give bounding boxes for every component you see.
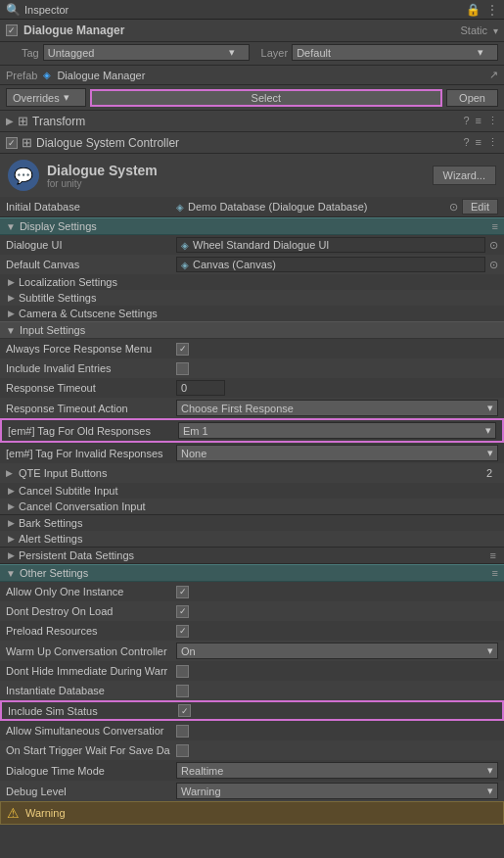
persistent-arrow: ▶ [8, 550, 15, 560]
static-dropdown-icon[interactable]: ▾ [493, 25, 498, 36]
prefab-label: Prefab [6, 70, 37, 81]
on-start-label: On Start Trigger Wait For Save Da [6, 744, 172, 756]
always-force-checkbox[interactable] [176, 343, 189, 356]
camera-arrow: ▶ [8, 309, 15, 318]
transform-more-icon[interactable]: ⋮ [487, 115, 498, 127]
include-invalid-checkbox[interactable] [176, 362, 189, 375]
instantiate-db-checkbox[interactable] [176, 685, 189, 697]
canvas-target-icon[interactable]: ⊙ [489, 259, 498, 271]
subtitle-settings-row[interactable]: ▶ Subtitle Settings [0, 290, 504, 306]
inspector-header: 🔍 Inspector 🔒 ⋮ [0, 0, 504, 20]
response-timeout-action-row: Response Timeout Action Choose First Res… [0, 398, 504, 418]
edit-button[interactable]: Edit [462, 199, 498, 214]
transform-expand-icon[interactable]: ▶ [6, 116, 14, 126]
input-settings-arrow: ▼ [6, 325, 16, 336]
qte-label: QTE Input Buttons [19, 467, 185, 479]
warm-up-label: Warm Up Conversation Controller [6, 645, 172, 657]
dialogue-ui-field: ◈ Wheel Standard Dialogue UI [176, 237, 485, 253]
dsc-actions: ? ≡ ⋮ [463, 136, 498, 149]
header-icons: 🔒 ⋮ [466, 3, 498, 17]
dont-hide-checkbox[interactable] [176, 665, 189, 678]
bark-label: Bark Settings [19, 517, 82, 529]
transform-icon: ⊞ [18, 114, 28, 128]
layer-dropdown[interactable]: Default ▾ [292, 44, 498, 61]
em-tag-old-dropdown[interactable]: Em 1 ▾ [178, 422, 496, 439]
dsc-help-icon[interactable]: ? [463, 136, 469, 149]
always-force-label: Always Force Response Menu [6, 343, 172, 355]
wizard-button[interactable]: Wizard... [433, 166, 496, 185]
response-timeout-input[interactable]: 0 [176, 380, 225, 396]
allow-simultaneous-checkbox[interactable] [176, 725, 189, 738]
transform-help-icon[interactable]: ? [463, 115, 469, 127]
cancel-subtitle-label: Cancel Subtitle Input [19, 485, 118, 497]
dialogue-time-dropdown[interactable]: Realtime ▾ [176, 762, 498, 779]
persistent-data-row[interactable]: ▶ Persistent Data Settings ≡ [0, 548, 504, 563]
qte-arrow: ▶ [6, 468, 13, 478]
transform-settings-icon[interactable]: ≡ [476, 115, 481, 127]
dont-hide-row: Dont Hide Immediate During Warr [0, 661, 504, 681]
other-settings-icon: ≡ [492, 567, 498, 579]
qte-value: 2 [486, 467, 498, 479]
alert-label: Alert Settings [19, 533, 82, 545]
response-timeout-action-dropdown[interactable]: Choose First Response ▾ [176, 400, 498, 416]
tag-dropdown[interactable]: Untagged ▾ [43, 44, 250, 61]
dont-destroy-checkbox[interactable] [176, 605, 189, 618]
ds-title: Dialogue System [47, 163, 425, 178]
lock-icon[interactable]: 🔒 [466, 3, 481, 17]
prefab-button-row: Overrides ▾ Select Open [0, 85, 504, 111]
overrides-dropdown[interactable]: Overrides ▾ [6, 88, 86, 107]
tag-label: Tag [22, 47, 39, 59]
subtitle-label: Subtitle Settings [19, 292, 97, 304]
dialogue-ui-target-icon[interactable]: ⊙ [489, 239, 498, 252]
localization-settings-row[interactable]: ▶ Localization Settings [0, 274, 504, 290]
default-canvas-field: ◈ Canvas (Canvas) [176, 257, 485, 272]
cancel-conversation-label: Cancel Conversation Input [19, 500, 146, 512]
select-button[interactable]: Select [90, 89, 442, 107]
em-tag-invalid-dropdown[interactable]: None ▾ [176, 445, 498, 461]
initial-db-row: Initial Database ◈ Demo Database (Dialog… [0, 197, 504, 216]
warning-text: Warning [25, 807, 497, 819]
em-tag-old-row: [em#] Tag For Old Responses Em 1 ▾ [0, 418, 504, 443]
prefab-link-icon[interactable]: ↗ [489, 69, 498, 81]
preload-row: Preload Resources [0, 621, 504, 641]
include-invalid-row: Include Invalid Entries [0, 358, 504, 378]
em-tag-invalid-row: [em#] Tag For Invalid Responses None ▾ [0, 443, 504, 463]
preload-checkbox[interactable] [176, 625, 189, 638]
em-tag-invalid-label: [em#] Tag For Invalid Responses [6, 448, 172, 459]
gameobject-bar: Dialogue Manager Static ▾ [0, 20, 504, 42]
bark-settings-row[interactable]: ▶ Bark Settings [0, 515, 504, 531]
gameobject-active-checkbox[interactable] [6, 24, 18, 36]
db-target-icon[interactable]: ⊙ [449, 201, 458, 214]
open-button[interactable]: Open [446, 89, 498, 107]
dialogue-time-label: Dialogue Time Mode [6, 765, 172, 777]
display-settings-header[interactable]: ▼ Display Settings ≡ [0, 217, 504, 235]
ds-logo: 💬 [8, 160, 39, 191]
other-settings-header[interactable]: ▼ Other Settings ≡ [0, 564, 504, 582]
other-settings-arrow: ▼ [6, 568, 16, 579]
include-sim-checkbox[interactable] [178, 704, 191, 717]
dialogue-ui-label: Dialogue UI [6, 239, 172, 251]
input-settings-header[interactable]: ▼ Input Settings [0, 321, 504, 339]
allow-one-checkbox[interactable] [176, 586, 189, 598]
dsc-settings-icon[interactable]: ≡ [476, 136, 481, 149]
include-invalid-label: Include Invalid Entries [6, 362, 172, 374]
on-start-checkbox[interactable] [176, 744, 189, 757]
transform-component-header: ▶ ⊞ Transform ? ≡ ⋮ [0, 111, 504, 132]
dsc-more-icon[interactable]: ⋮ [487, 136, 498, 149]
persistent-icon: ≡ [490, 549, 496, 561]
response-timeout-label: Response Timeout [6, 382, 172, 394]
warm-up-dropdown[interactable]: On ▾ [176, 643, 498, 659]
camera-settings-row[interactable]: ▶ Camera & Cutscene Settings [0, 306, 504, 321]
dialogue-ui-icon: ◈ [181, 240, 189, 251]
debug-level-dropdown[interactable]: Warning ▾ [176, 783, 498, 799]
alert-settings-row[interactable]: ▶ Alert Settings [0, 531, 504, 547]
other-settings-title: Other Settings [20, 567, 88, 579]
cancel-conversation-row[interactable]: ▶ Cancel Conversation Input [0, 499, 504, 514]
cancel-subtitle-row[interactable]: ▶ Cancel Subtitle Input [0, 483, 504, 499]
more-options-icon[interactable]: ⋮ [486, 3, 498, 17]
allow-simultaneous-row: Allow Simultaneous Conversatior [0, 721, 504, 740]
warning-row: ⚠ Warning [0, 801, 504, 825]
layer-label: Layer [261, 47, 289, 59]
dsc-active-checkbox[interactable] [6, 137, 18, 149]
dialogue-ui-value: Wheel Standard Dialogue UI [193, 239, 329, 251]
